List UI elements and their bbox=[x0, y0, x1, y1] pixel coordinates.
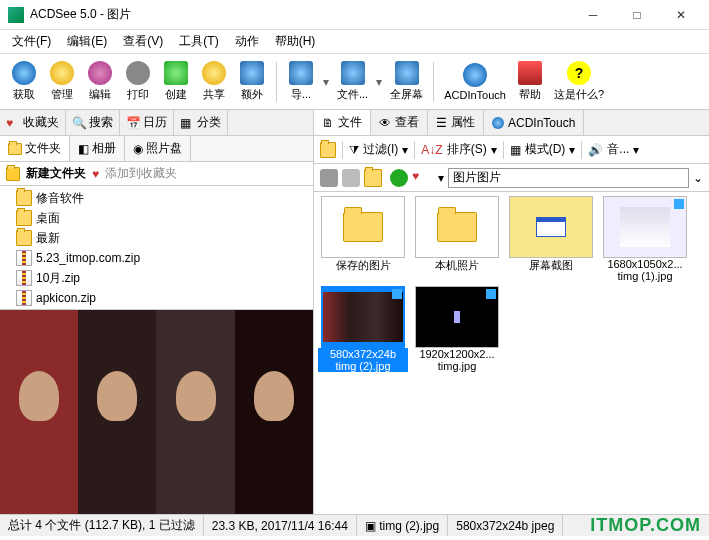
path-input[interactable]: 图片图片 bbox=[448, 168, 689, 188]
subtab-albums[interactable]: ◧相册 bbox=[70, 136, 125, 161]
tree-item[interactable]: 桌面 bbox=[0, 208, 313, 228]
tree-item[interactable]: 10月.zip bbox=[0, 268, 313, 288]
right-tabs: 🗎文件 👁查看 ☰属性 ACDInTouch bbox=[314, 110, 709, 136]
tool-nav[interactable]: 导... bbox=[283, 59, 319, 104]
book-icon bbox=[518, 61, 542, 85]
thumb-image[interactable]: 1920x1200x2...timg.jpg bbox=[412, 286, 502, 372]
tab-calendar[interactable]: 📅日历 bbox=[120, 110, 174, 135]
extra-icon bbox=[240, 61, 264, 85]
tool-share[interactable]: 共享 bbox=[196, 59, 232, 104]
left-pane: ♥收藏夹 🔍搜索 📅日历 ▦分类 文件夹 ◧相册 ◉照片盘 新建文件夹 ♥ 添加… bbox=[0, 110, 314, 514]
folder-icon bbox=[50, 61, 74, 85]
grid-icon: ▦ bbox=[180, 116, 194, 130]
add-favorite-link[interactable]: 添加到收藏夹 bbox=[105, 165, 177, 182]
tool-acquire[interactable]: 获取 bbox=[6, 59, 42, 104]
heart-icon: ♥ bbox=[92, 167, 99, 181]
thumb-folder[interactable]: 保存的图片 bbox=[318, 196, 408, 282]
heart-icon: ♥ bbox=[6, 116, 20, 130]
tree-item[interactable]: 5.23_itmop.com.zip bbox=[0, 248, 313, 268]
tab-favorites[interactable]: ♥收藏夹 bbox=[0, 110, 66, 135]
close-button[interactable]: ✕ bbox=[661, 1, 701, 29]
fullscreen-icon bbox=[395, 61, 419, 85]
preview-pane bbox=[0, 309, 313, 514]
thumb-image-selected[interactable]: 580x372x24btimg (2).jpg bbox=[318, 286, 408, 372]
tree-item[interactable]: 修音软件 bbox=[0, 188, 313, 208]
question-icon: ? bbox=[567, 61, 591, 85]
dropdown-icon[interactable]: ▾ bbox=[374, 59, 384, 104]
tool-help[interactable]: 帮助 bbox=[512, 59, 548, 104]
speaker-icon: 🔊 bbox=[588, 143, 603, 157]
rtab-files[interactable]: 🗎文件 bbox=[314, 110, 371, 135]
thumb-folder[interactable]: 本机照片 bbox=[412, 196, 502, 282]
up-icon[interactable] bbox=[364, 169, 382, 187]
preview-image bbox=[0, 310, 313, 514]
menu-tools[interactable]: 工具(T) bbox=[173, 31, 224, 52]
menu-view[interactable]: 查看(V) bbox=[117, 31, 169, 52]
filter-btn[interactable]: 过滤(I) bbox=[363, 141, 398, 158]
tool-file[interactable]: 文件... bbox=[333, 59, 372, 104]
fwd-icon[interactable] bbox=[342, 169, 360, 187]
rtab-intouch[interactable]: ACDInTouch bbox=[484, 110, 584, 135]
menu-help[interactable]: 帮助(H) bbox=[269, 31, 322, 52]
globe-icon bbox=[12, 61, 36, 85]
zip-icon bbox=[16, 250, 32, 266]
separator bbox=[433, 62, 434, 102]
right-pane: 🗎文件 👁查看 ☰属性 ACDInTouch ⧩ 过滤(I)▾ A↓Z 排序(S… bbox=[314, 110, 709, 514]
tab-category[interactable]: ▦分类 bbox=[174, 110, 228, 135]
main-area: ♥收藏夹 🔍搜索 📅日历 ▦分类 文件夹 ◧相册 ◉照片盘 新建文件夹 ♥ 添加… bbox=[0, 110, 709, 514]
tool-edit[interactable]: 编辑 bbox=[82, 59, 118, 104]
menu-action[interactable]: 动作 bbox=[229, 31, 265, 52]
mode-btn[interactable]: 模式(D) bbox=[525, 141, 566, 158]
layout-icon bbox=[341, 61, 365, 85]
main-toolbar: 获取 管理 编辑 打印 创建 共享 额外 导... ▾ 文件... ▾ 全屏幕 … bbox=[0, 54, 709, 110]
dropdown-icon[interactable]: ▾ bbox=[321, 59, 331, 104]
refresh-icon[interactable] bbox=[390, 169, 408, 187]
image-badge-icon bbox=[674, 199, 684, 209]
tool-print[interactable]: 打印 bbox=[120, 59, 156, 104]
tool-fullscreen[interactable]: 全屏幕 bbox=[386, 59, 427, 104]
menu-bar: 文件(F) 编辑(E) 查看(V) 工具(T) 动作 帮助(H) bbox=[0, 30, 709, 54]
mode-icon: ▦ bbox=[510, 143, 521, 157]
back-icon[interactable] bbox=[320, 169, 338, 187]
maximize-button[interactable]: □ bbox=[617, 1, 657, 29]
folder-open-icon[interactable] bbox=[320, 142, 336, 158]
thumb-image[interactable]: 1680x1050x2...timg (1).jpg bbox=[600, 196, 690, 282]
sort-btn[interactable]: 排序(S) bbox=[447, 141, 487, 158]
thumb-folder[interactable]: 屏幕截图 bbox=[506, 196, 596, 282]
audio-btn[interactable]: 音... bbox=[607, 141, 629, 158]
tab-search[interactable]: 🔍搜索 bbox=[66, 110, 120, 135]
favorites-bar: 新建文件夹 ♥ 添加到收藏夹 bbox=[0, 162, 313, 186]
subtab-folders[interactable]: 文件夹 bbox=[0, 136, 70, 161]
side-tabs: ♥收藏夹 🔍搜索 📅日历 ▦分类 bbox=[0, 110, 313, 136]
thumbnail-area[interactable]: 保存的图片 本机照片 屏幕截图 1680x1050x2...timg (1).j… bbox=[314, 192, 709, 514]
dropdown-icon[interactable]: ⌄ bbox=[693, 171, 703, 185]
funnel-icon: ⧩ bbox=[349, 143, 359, 157]
create-icon bbox=[164, 61, 188, 85]
menu-edit[interactable]: 编辑(E) bbox=[61, 31, 113, 52]
menu-file[interactable]: 文件(F) bbox=[6, 31, 57, 52]
tool-whatsthis[interactable]: ?这是什么? bbox=[550, 59, 608, 104]
share-icon bbox=[202, 61, 226, 85]
tool-manage[interactable]: 管理 bbox=[44, 59, 80, 104]
printer-icon bbox=[126, 61, 150, 85]
separator bbox=[276, 62, 277, 102]
history-icon[interactable]: ▾ bbox=[438, 171, 444, 185]
globe-icon bbox=[492, 117, 504, 129]
minimize-button[interactable]: ─ bbox=[573, 1, 613, 29]
eye-icon: 👁 bbox=[379, 116, 391, 130]
tool-extra[interactable]: 额外 bbox=[234, 59, 270, 104]
rtab-view[interactable]: 👁查看 bbox=[371, 110, 428, 135]
tool-create[interactable]: 创建 bbox=[158, 59, 194, 104]
subtab-photodisc[interactable]: ◉照片盘 bbox=[125, 136, 191, 161]
tree-item[interactable]: 最新 bbox=[0, 228, 313, 248]
tree-item[interactable]: apkicon.zip bbox=[0, 288, 313, 308]
rtab-props[interactable]: ☰属性 bbox=[428, 110, 484, 135]
disc-icon: ◉ bbox=[133, 142, 143, 156]
album-icon: ◧ bbox=[78, 142, 89, 156]
folder-icon bbox=[8, 143, 22, 155]
tool-intouch[interactable]: ACDInTouch bbox=[440, 59, 510, 104]
folder-tree[interactable]: 修音软件 桌面 最新 5.23_itmop.com.zip 10月.zip ap… bbox=[0, 186, 313, 309]
heart-icon[interactable]: ♥ bbox=[412, 169, 430, 187]
new-folder-link[interactable]: 新建文件夹 bbox=[26, 165, 86, 182]
status-summary: 总计 4 个文件 (112.7 KB), 1 已过滤 bbox=[0, 515, 204, 536]
